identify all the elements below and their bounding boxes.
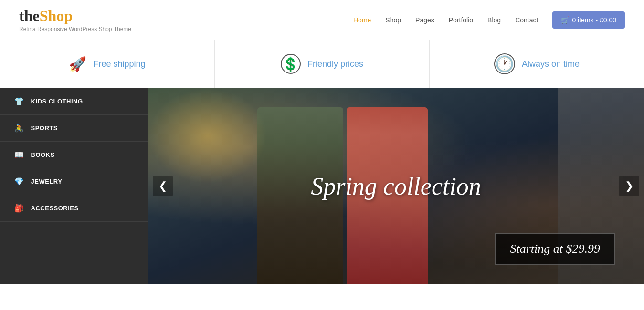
cart-icon: 🛒: [561, 16, 569, 24]
sports-icon: 🚴: [14, 124, 24, 133]
books-icon: 📖: [14, 150, 24, 159]
sidebar-label-jewelry: Jewelry: [31, 178, 63, 185]
slider-next-button[interactable]: ❯: [619, 176, 639, 196]
money-icon: 💲: [281, 54, 301, 74]
sidebar-label-kids-clothing: Kids Clothing: [31, 98, 83, 105]
cart-label: 0 items - £0.00: [572, 16, 616, 24]
feature-always-on-time: 🕐 Always on time: [430, 40, 644, 88]
sidebar-item-jewelry[interactable]: 💎 Jewelry: [0, 168, 148, 195]
sidebar-item-sports[interactable]: 🚴 Sports: [0, 115, 148, 142]
free-shipping-label: Free shipping: [93, 59, 145, 69]
logo: theShop: [19, 7, 131, 25]
logo-the: the: [19, 7, 40, 24]
sidebar-label-sports: Sports: [31, 124, 58, 132]
feature-free-shipping: 🚀 Free shipping: [0, 40, 215, 88]
slider-price-label: Starting at $29.99: [510, 242, 600, 256]
sidebar-label-books: Books: [31, 151, 55, 158]
sidebar-label-accessories: Accessories: [31, 205, 79, 212]
cart-button[interactable]: 🛒 0 items - £0.00: [552, 11, 625, 29]
slider-prev-button[interactable]: ❮: [153, 176, 173, 196]
nav-contact[interactable]: Contact: [515, 16, 538, 24]
kids-clothing-icon: 👕: [14, 97, 24, 106]
nav-portfolio[interactable]: Portfolio: [449, 16, 473, 24]
nav-blog[interactable]: Blog: [487, 16, 501, 24]
clock-icon: 🕐: [494, 53, 515, 74]
slider-area: Spring collection Starting at $29.99 ❮ ❯: [148, 88, 644, 284]
sidebar: 👕 Kids Clothing 🚴 Sports 📖 Books 💎 Jewel…: [0, 88, 148, 284]
slider-title: Spring collection: [311, 172, 481, 200]
header: theShop Retina Responsive WordPress Shop…: [0, 0, 644, 40]
logo-area: theShop Retina Responsive WordPress Shop…: [19, 7, 131, 32]
sidebar-item-kids-clothing[interactable]: 👕 Kids Clothing: [0, 88, 148, 115]
arrow-right-icon: ❯: [625, 180, 633, 192]
nav-area: Home Shop Pages Portfolio Blog Contact 🛒…: [353, 11, 625, 29]
arrow-left-icon: ❮: [158, 180, 167, 192]
friendly-prices-label: Friendly prices: [307, 59, 363, 69]
logo-subtitle: Retina Responsive WordPress Shop Theme: [19, 26, 131, 32]
nav-pages[interactable]: Pages: [415, 16, 434, 24]
slider-price-box: Starting at $29.99: [495, 233, 615, 265]
nav-home[interactable]: Home: [353, 16, 371, 24]
main-content: 👕 Kids Clothing 🚴 Sports 📖 Books 💎 Jewel…: [0, 88, 644, 284]
jewelry-icon: 💎: [14, 177, 24, 186]
features-bar: 🚀 Free shipping 💲 Friendly prices 🕐 Alwa…: [0, 40, 644, 88]
nav-shop[interactable]: Shop: [385, 16, 401, 24]
sidebar-item-accessories[interactable]: 🎒 Accessories: [0, 195, 148, 222]
rocket-icon: 🚀: [69, 56, 86, 72]
feature-friendly-prices: 💲 Friendly prices: [215, 40, 430, 88]
accessories-icon: 🎒: [14, 204, 24, 213]
logo-shop: Shop: [40, 7, 73, 24]
sidebar-item-books[interactable]: 📖 Books: [0, 142, 148, 168]
always-on-time-label: Always on time: [522, 59, 580, 69]
